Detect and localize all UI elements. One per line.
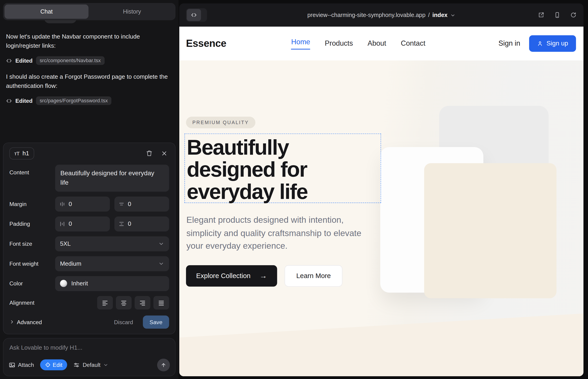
url-bar[interactable]: preview--charming-site-symphony.lovable.… <box>307 12 455 18</box>
decor-card-beige <box>424 163 556 298</box>
element-editor-panel: тT h1 Content Beautifully designed for e… <box>3 143 175 334</box>
align-left-button[interactable] <box>97 296 113 309</box>
font-weight-select[interactable]: Medium <box>55 256 169 271</box>
align-center-icon <box>120 299 127 306</box>
align-right-button[interactable] <box>135 296 150 309</box>
color-swatch <box>60 280 67 287</box>
url-page: index <box>432 12 448 18</box>
url-separator: / <box>428 12 430 18</box>
padding-row: Padding 0 0 <box>9 216 169 231</box>
edited-label: Edited <box>15 57 32 64</box>
chat-messages[interactable]: Now let's update the Navbar component to… <box>0 20 178 142</box>
padding-horizontal-icon <box>60 221 65 226</box>
padding-vertical-value: 0 <box>128 221 131 227</box>
tab-chat[interactable]: Chat <box>5 5 89 19</box>
chat-panel: Chat History Now let's update the Navbar… <box>0 0 178 379</box>
file-chip[interactable]: src/pages/ForgotPassword.tsx <box>36 96 112 105</box>
learn-more-button[interactable]: Learn More <box>285 265 342 286</box>
open-external-button[interactable] <box>538 12 544 18</box>
font-size-value: 5XL <box>60 240 71 247</box>
browser-toolbar: preview--charming-site-symphony.lovable.… <box>179 3 584 27</box>
content-row: Content Beautifully designed for everyda… <box>9 165 169 191</box>
padding-vertical-icon <box>119 221 124 226</box>
margin-row: Margin 0 0 <box>9 196 169 211</box>
color-value: Inherit <box>71 280 88 287</box>
align-justify-button[interactable] <box>154 296 169 309</box>
save-button[interactable]: Save <box>143 315 169 328</box>
code-icon <box>187 9 201 21</box>
external-link-icon <box>538 12 544 18</box>
site-nav: Home Products About Contact <box>291 38 425 49</box>
site-preview: Essence Home Products About Contact Sign… <box>179 27 584 376</box>
padding-horizontal-input[interactable]: 0 <box>55 216 110 231</box>
mode-label: Default <box>83 362 100 368</box>
code-icon <box>6 58 12 63</box>
edit-mode-button[interactable]: Edit <box>40 360 67 370</box>
element-tag-label: h1 <box>22 150 29 157</box>
sliders-icon <box>73 362 80 368</box>
composer-input[interactable] <box>9 344 170 351</box>
hero-section: PREMIUM QUALITY Beautifully designed for… <box>179 60 584 376</box>
refresh-button[interactable] <box>570 12 577 18</box>
font-size-label: Font size <box>9 240 55 247</box>
font-size-select[interactable]: 5XL <box>55 236 169 251</box>
font-size-row: Font size 5XL <box>9 236 169 251</box>
close-editor-button[interactable] <box>159 149 169 158</box>
selected-element-outline[interactable]: Beautifully designed for everyday life <box>185 134 381 203</box>
url-host: preview--charming-site-symphony.lovable.… <box>307 12 425 18</box>
code-toggle[interactable] <box>186 8 207 22</box>
edit-mode-label: Edit <box>53 362 62 368</box>
margin-horizontal-input[interactable]: 0 <box>55 196 110 211</box>
arrow-up-icon <box>160 362 167 368</box>
mobile-view-button[interactable] <box>554 12 560 18</box>
edited-file-row: Edited src/pages/ForgotPassword.tsx <box>6 96 172 105</box>
align-center-button[interactable] <box>116 296 132 309</box>
text-size-icon: тT <box>14 151 19 157</box>
site-navbar: Essence Home Products About Contact Sign… <box>179 27 584 60</box>
chat-history-tabs: Chat History <box>3 3 175 20</box>
delete-element-button[interactable] <box>144 149 154 158</box>
site-logo[interactable]: Essence <box>186 38 226 49</box>
file-chip[interactable]: src/components/Navbar.tsx <box>36 56 105 65</box>
tab-history[interactable]: History <box>90 5 174 19</box>
editor-header: тT h1 <box>9 147 169 159</box>
nav-contact[interactable]: Contact <box>401 39 425 48</box>
user-icon <box>537 41 543 47</box>
composer: Attach Edit Default <box>3 338 175 376</box>
advanced-toggle[interactable]: Advanced <box>9 319 42 325</box>
element-tag-pill[interactable]: тT h1 <box>9 147 34 159</box>
margin-horizontal-icon <box>60 201 65 206</box>
explore-collection-button[interactable]: Explore Collection → <box>186 265 277 286</box>
browser-actions <box>538 12 577 18</box>
attach-button[interactable]: Attach <box>9 362 34 368</box>
align-left-icon <box>102 299 108 306</box>
nav-products[interactable]: Products <box>325 39 353 48</box>
content-textarea[interactable]: Beautifully designed for everyday life <box>55 165 169 191</box>
hero-paragraph: Elegant products designed with intention… <box>186 213 371 252</box>
chevron-down-icon <box>158 241 164 247</box>
margin-vertical-input[interactable]: 0 <box>114 196 169 211</box>
nav-auth: Sign in Sign up <box>498 35 576 52</box>
color-label: Color <box>9 280 55 286</box>
align-right-icon <box>139 299 146 306</box>
sign-in-link[interactable]: Sign in <box>498 39 520 48</box>
code-icon <box>6 98 12 104</box>
color-select[interactable]: Inherit <box>55 276 169 291</box>
mode-selector[interactable]: Default <box>73 362 108 368</box>
discard-button[interactable]: Discard <box>112 318 135 325</box>
nav-home[interactable]: Home <box>291 38 310 49</box>
hero-headline[interactable]: Beautifully designed for everyday life <box>185 134 381 203</box>
editor-footer: Advanced Discard Save <box>9 315 169 328</box>
target-icon <box>45 362 50 368</box>
edited-label: Edited <box>15 97 32 104</box>
arrow-right-icon: → <box>260 272 267 280</box>
padding-vertical-input[interactable]: 0 <box>114 216 169 231</box>
sign-up-button[interactable]: Sign up <box>529 35 576 52</box>
chat-message: Now let's update the Navbar component to… <box>6 32 172 50</box>
send-button[interactable] <box>157 358 170 371</box>
nav-about[interactable]: About <box>368 39 386 48</box>
margin-vertical-icon <box>119 201 124 206</box>
font-weight-label: Font weight <box>9 260 55 267</box>
font-weight-value: Medium <box>60 260 81 267</box>
chat-message: I should also create a Forgot Password p… <box>6 73 172 90</box>
